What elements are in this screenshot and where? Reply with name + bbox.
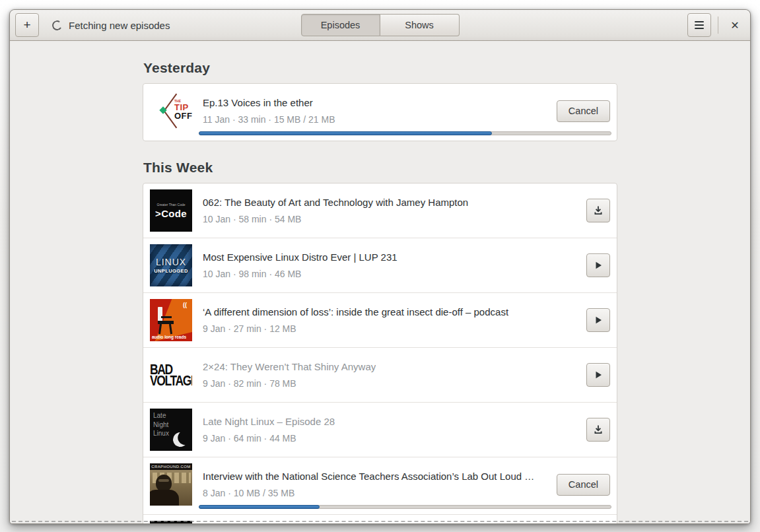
bad-voltage-artwork: BAD VOLTAGE [150,354,192,396]
tab-shows[interactable]: Shows [380,14,460,36]
artwork-text: Greater Than Code [157,203,186,207]
episode-info: Late Night Linux – Episode 28 9 Jan · 64… [203,416,335,444]
episode-title: 062: The Beauty of Art and Technology wi… [203,197,468,208]
download-progress-bar [199,131,611,135]
plus-icon: + [23,18,30,31]
episode-row-craphound[interactable]: CRAPHOUND.COM Interview with the Nationa… [143,457,617,514]
close-icon: ✕ [730,19,739,32]
download-button[interactable] [586,418,610,442]
episode-meta: 9 Jan · 64 min · 44 MB [203,433,335,444]
cancel-download-button[interactable]: Cancel [557,100,610,122]
download-button[interactable] [586,199,610,222]
artwork-text: audio long reads [152,335,186,339]
episode-title: ‘A different dimension of loss’: inside … [203,306,508,317]
episode-info: Interview with the National Science Teac… [203,471,539,498]
chevron-icon: » [152,521,156,523]
speaker-icon: (( [183,302,187,308]
episodes-scroll-area[interactable]: Yesterday THE TIP OFF Ep.13 Voices in [10,42,750,523]
section-title-this-week: This Week [143,141,617,183]
download-icon [593,424,604,435]
section-title-yesterday: Yesterday [143,42,617,83]
episode-meta: 9 Jan · 27 min · 12 MB [203,323,508,334]
play-button[interactable] [586,363,610,387]
download-progress-fill [199,505,320,509]
episode-title: Most Expensive Linux Distro Ever | LUP 2… [203,251,397,263]
episode-meta: 10 Jan · 98 min · 46 MB [203,269,397,279]
episode-row-greater-than-code[interactable]: Greater Than Code >Code 062: The Beauty … [143,183,617,238]
artwork-text: CRAPHOUND.COM [150,463,192,470]
episode-title: Late Night Linux – Episode 28 [203,416,335,427]
episode-row-tipoff[interactable]: THE TIP OFF Ep.13 Voices in the ether 11… [143,84,617,141]
download-progress-fill [199,131,492,135]
artwork-text: LINUX [156,257,186,267]
header-right-cluster: ✕ [687,13,745,37]
episode-info: Most Expensive Linux Distro Ever | LUP 2… [203,251,397,279]
late-night-linux-artwork: Late Night Linux [150,409,192,451]
header-bar: + Fetching new episodes Episodes Shows ✕ [10,10,750,41]
episode-info: ‘A different dimension of loss’: inside … [203,306,508,334]
irl-artwork: » IRL ::p [150,521,192,523]
download-icon [593,205,604,216]
episode-meta: 10 Jan · 58 min · 54 MB [203,214,468,224]
episode-row-late-night-linux[interactable]: Late Night Linux Late Night Linux – Epis… [143,402,617,457]
status-box: Fetching new episodes [52,20,170,31]
view-switcher: Episodes Shows [301,14,460,36]
episode-meta: 11 Jan · 33 min · 15 MB / 21 MB [203,114,335,125]
episode-title: Interview with the National Science Teac… [203,471,539,482]
episode-info: 062: The Beauty of Art and Technology wi… [203,197,468,224]
tab-episodes[interactable]: Episodes [301,14,380,36]
episode-meta: 9 Jan · 82 min · 78 MB [203,378,376,389]
hamburger-icon [695,21,704,29]
close-button[interactable]: ✕ [725,13,745,37]
episode-row-audio-long-reads[interactable]: (( audio long reads ‘A different dimensi… [143,292,617,347]
play-icon [593,315,604,325]
artwork-text: >Code [155,208,187,219]
spinner-icon [52,19,63,31]
episode-row-irl[interactable]: » IRL ::p Bot or Not [143,514,617,523]
episode-row-linux-unplugged[interactable]: LINUX UNPLUGGED Most Expensive Linux Dis… [143,238,617,292]
tip-off-artwork: THE TIP OFF [150,90,192,132]
play-icon [593,260,604,271]
crescent-moon-icon [171,430,190,449]
episodes-list: Yesterday THE TIP OFF Ep.13 Voices in [143,42,617,523]
greater-than-code-artwork: Greater Than Code >Code [150,189,192,232]
artwork-text: Linux [153,429,169,438]
episode-row-bad-voltage[interactable]: BAD VOLTAGE 2×24: They Weren’t That Shin… [143,347,617,402]
play-icon [593,370,604,380]
this-week-card: Greater Than Code >Code 062: The Beauty … [143,183,617,523]
linux-unplugged-artwork: LINUX UNPLUGGED [150,244,192,286]
yesterday-card: THE TIP OFF Ep.13 Voices in the ether 11… [143,83,617,141]
cancel-download-button[interactable]: Cancel [557,474,610,496]
menu-button[interactable] [687,13,711,37]
episode-info: 2×24: They Weren’t That Shiny Anyway 9 J… [203,361,376,389]
artwork-text: UNPLUGGED [154,268,188,274]
play-button[interactable] [586,253,610,277]
audio-long-reads-artwork: (( audio long reads [150,299,192,341]
artwork-text: Late [153,411,169,420]
download-progress-bar [199,505,611,509]
artwork-text: Night [153,420,169,430]
episode-meta: 8 Jan · 10 MB / 35 MB [203,488,539,498]
episode-title: Ep.13 Voices in the ether [203,97,335,108]
craphound-artwork: CRAPHOUND.COM [150,463,192,506]
header-separator [718,17,718,34]
episode-title: 2×24: They Weren’t That Shiny Anyway [203,361,376,372]
episode-info: Ep.13 Voices in the ether 11 Jan · 33 mi… [203,97,335,125]
artwork-text: OFF [174,112,192,120]
play-button[interactable] [586,308,610,332]
status-text: Fetching new episodes [69,20,170,31]
add-podcast-button[interactable]: + [15,13,39,37]
app-window: + Fetching new episodes Episodes Shows ✕… [9,9,751,524]
artwork-text: VOLTAGE [150,374,189,387]
